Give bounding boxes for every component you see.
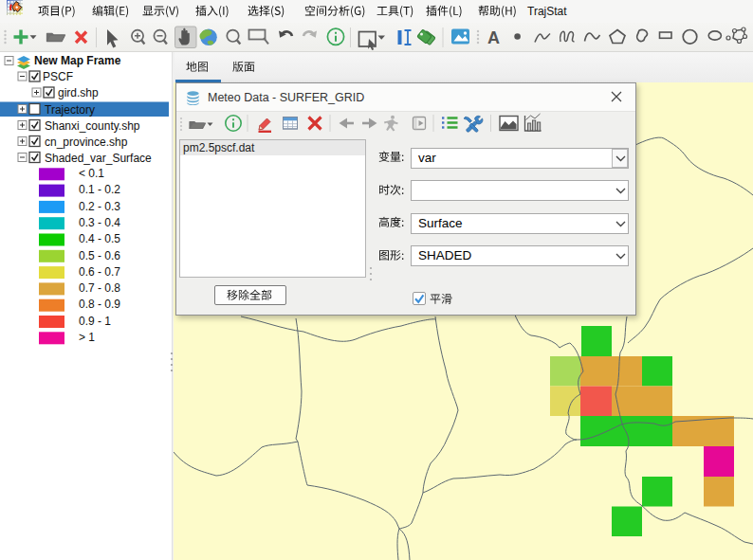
svg-text:A: A [487,28,500,47]
